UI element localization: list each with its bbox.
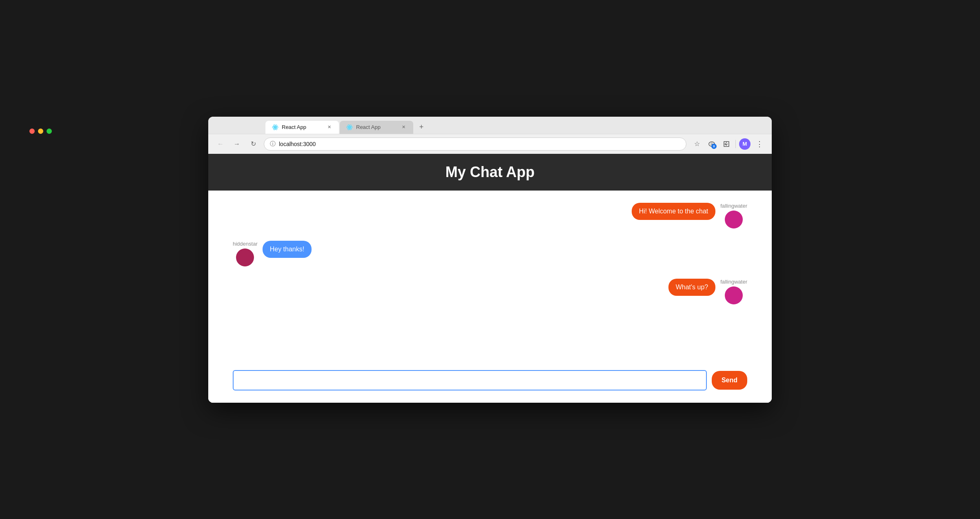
extension-button-1[interactable]: 0 — [706, 138, 717, 150]
message-2-avatar — [236, 248, 254, 266]
tab-1-react-app[interactable]: React App ✕ — [265, 121, 339, 134]
tab-2-close-button[interactable]: ✕ — [400, 124, 407, 131]
react-favicon-icon — [272, 124, 278, 131]
message-input[interactable] — [233, 370, 707, 390]
send-button[interactable]: Send — [712, 371, 747, 390]
address-input[interactable] — [279, 141, 680, 147]
message-1-username: fallingwater — [720, 203, 747, 209]
message-2-block: Hey thanks! — [263, 241, 312, 258]
address-bar-row: ← → ↻ ⓘ ☆ 0 — [208, 134, 772, 154]
extension-button-2[interactable] — [721, 138, 732, 150]
message-row-1: fallingwater Hi! Welcome to the chat — [233, 203, 747, 228]
toolbar-icons: ☆ 0 — [691, 138, 765, 150]
bookmark-button[interactable]: ☆ — [691, 138, 703, 150]
app-header: My Chat App — [208, 154, 772, 191]
tab-2-label: React App — [356, 124, 397, 130]
message-2-bubble: Hey thanks! — [263, 241, 312, 258]
message-row-3: fallingwater What's up? — [233, 279, 747, 304]
message-3-bubble: What's up? — [668, 279, 716, 296]
message-1-block: Hi! Welcome to the chat — [632, 203, 716, 220]
message-row-2: hiddenstar Hey thanks! — [233, 241, 747, 266]
tab-2-react-app[interactable]: React App ✕ — [340, 121, 413, 134]
address-bar[interactable]: ⓘ — [264, 138, 686, 151]
back-button[interactable]: ← — [215, 138, 226, 150]
profile-avatar[interactable]: M — [739, 138, 751, 150]
reload-button[interactable]: ↻ — [247, 138, 259, 150]
tabs-area: React App ✕ React App ✕ + — [208, 117, 772, 134]
message-1-avatar — [725, 211, 743, 228]
tab-1-label: React App — [282, 124, 323, 130]
message-1-avatar-block: fallingwater — [720, 203, 747, 228]
message-1-bubble: Hi! Welcome to the chat — [632, 203, 716, 220]
app-title: My Chat App — [218, 164, 762, 181]
info-icon: ⓘ — [270, 140, 276, 148]
puzzle-icon — [723, 140, 730, 148]
browser-window: React App ✕ React App ✕ + ← → ↻ — [208, 117, 772, 403]
new-tab-button[interactable]: + — [416, 122, 427, 133]
menu-button[interactable]: ⋮ — [754, 138, 765, 150]
message-3-avatar — [725, 286, 743, 304]
app-content: My Chat App fallingwater Hi! Welcome to … — [208, 154, 772, 403]
forward-button[interactable]: → — [231, 138, 243, 150]
message-2-username: hiddenstar — [233, 241, 258, 247]
message-3-block: What's up? — [668, 279, 716, 296]
toolbar-divider — [735, 140, 736, 148]
tab-1-close-button[interactable]: ✕ — [326, 124, 332, 131]
browser-titlebar: React App ✕ React App ✕ + ← → ↻ — [208, 117, 772, 154]
message-2-avatar-block: hiddenstar — [233, 241, 258, 266]
message-3-username: fallingwater — [720, 279, 747, 285]
chat-area: fallingwater Hi! Welcome to the chat hid… — [208, 191, 772, 362]
message-3-avatar-block: fallingwater — [720, 279, 747, 304]
input-area: Send — [208, 362, 772, 403]
react-favicon-2-icon — [346, 124, 353, 131]
badge-count: 0 — [711, 144, 717, 149]
